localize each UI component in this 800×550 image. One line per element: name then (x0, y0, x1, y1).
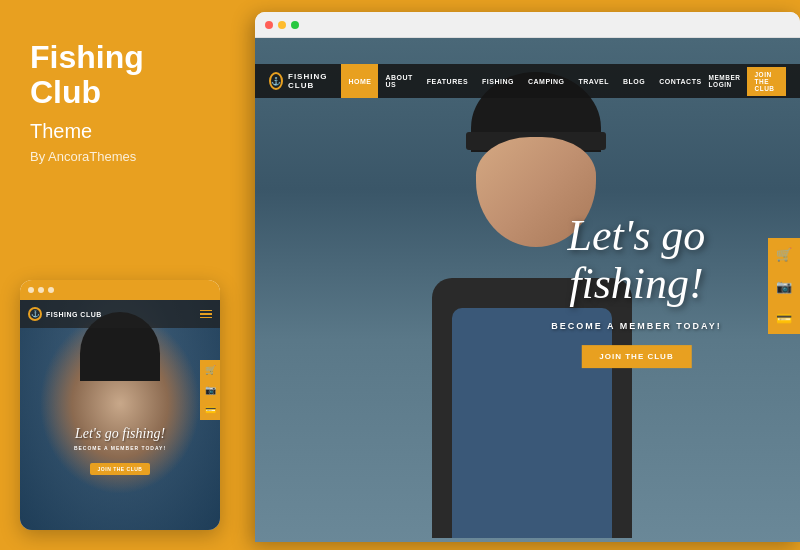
mobile-hero-title: Let's go fishing! (20, 426, 220, 442)
desktop-dot-yellow (278, 21, 286, 29)
desktop-camera-icon[interactable]: 📷 (768, 270, 800, 302)
mobile-logo-icon: ⚓ (28, 307, 42, 321)
desktop-cta-button[interactable]: JOIN THE CLUB (581, 345, 691, 368)
desktop-topbar (255, 12, 800, 38)
mobile-content: ⚓ FISHING CLUB Let's go fishing! BECOME … (20, 300, 220, 530)
mobile-hero-text: Let's go fishing! BECOME A MEMBER TODAY!… (20, 426, 220, 475)
desktop-logo-icon: ⚓ (269, 72, 283, 90)
member-login-link[interactable]: MEMBER LOGIN (709, 74, 741, 88)
desktop-card-icon[interactable]: 💳 (768, 302, 800, 334)
mobile-hero-subtitle: BECOME A MEMBER TODAY! (20, 445, 220, 451)
mobile-dot-1 (28, 287, 34, 293)
mobile-card-icon[interactable]: 💳 (200, 400, 220, 420)
mobile-nav: ⚓ FISHING CLUB (20, 300, 220, 328)
desktop-cart-icon[interactable]: 🛒 (768, 238, 800, 270)
desktop-hero-subtitle: BECOME A MEMBER TODAY! (500, 321, 773, 331)
join-club-nav-button[interactable]: JOIN THE CLUB (747, 67, 787, 96)
desktop-nav-items: HOME ABOUT US FEATURES FISHING CAMPING T… (341, 64, 708, 98)
mobile-sidebar-icons: 🛒 📷 💳 (200, 360, 220, 420)
desktop-hero-title: Let's go fishing! (500, 212, 773, 309)
mobile-hamburger-icon[interactable] (200, 310, 212, 319)
mobile-camera-icon[interactable]: 📷 (200, 380, 220, 400)
desktop-sidebar-icons: 🛒 📷 💳 (768, 238, 800, 334)
mobile-dot-2 (38, 287, 44, 293)
mobile-cart-icon[interactable]: 🛒 (200, 360, 220, 380)
nav-item-home[interactable]: HOME (341, 64, 378, 98)
desktop-hero-content: Let's go fishing! BECOME A MEMBER TODAY!… (500, 212, 773, 368)
mobile-cta-button[interactable]: JOIN THE CLUB (90, 463, 151, 475)
desktop-dot-red (265, 21, 273, 29)
left-title: FishingClub (30, 40, 215, 110)
mobile-dot-3 (48, 287, 54, 293)
mobile-logo-area: ⚓ FISHING CLUB (28, 307, 102, 321)
left-subtitle: Theme (30, 120, 215, 143)
desktop-dot-green (291, 21, 299, 29)
desktop-nav-logo: ⚓ FISHING CLUB (269, 72, 331, 90)
mobile-topbar (20, 280, 220, 300)
desktop-nav-right: MEMBER LOGIN JOIN THE CLUB (709, 67, 786, 96)
mobile-hero-bg (20, 300, 220, 530)
nav-item-features[interactable]: FEATURES (420, 78, 475, 85)
mobile-logo-text: FISHING CLUB (46, 311, 102, 318)
mobile-mockup: ⚓ FISHING CLUB Let's go fishing! BECOME … (20, 280, 220, 530)
desktop-nav: ⚓ FISHING CLUB HOME ABOUT US FEATURES FI… (255, 64, 800, 98)
nav-item-fishing[interactable]: FISHING (475, 78, 521, 85)
desktop-logo-text: FISHING CLUB (288, 72, 331, 90)
nav-item-about[interactable]: ABOUT US (378, 74, 419, 88)
nav-item-blog[interactable]: BLOG (616, 78, 652, 85)
nav-item-travel[interactable]: TRAVEL (572, 78, 616, 85)
desktop-hero: ⚓ FISHING CLUB HOME ABOUT US FEATURES FI… (255, 38, 800, 542)
desktop-mockup: ⚓ FISHING CLUB HOME ABOUT US FEATURES FI… (255, 12, 800, 542)
nav-item-contacts[interactable]: CONTACTS (652, 78, 708, 85)
left-by: By AncoraThemes (30, 149, 215, 164)
nav-item-camping[interactable]: CAMPING (521, 78, 572, 85)
